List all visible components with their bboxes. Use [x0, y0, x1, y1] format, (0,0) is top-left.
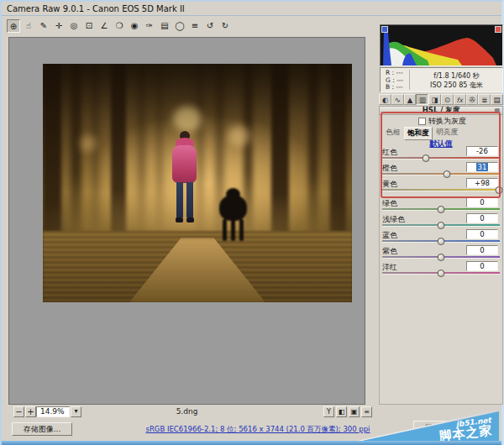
panel-tab-strip: ◐ ∿ ▲ ▥ ◨ ⊙ fx ✇ ≣ ▤ [379, 94, 503, 105]
preview-split-icon[interactable]: ◧ [336, 406, 347, 417]
white-balance-tool-button[interactable]: ✎ [37, 19, 50, 33]
color-sampler-tool-button[interactable]: ✛ [52, 19, 66, 33]
photo-preview [43, 64, 352, 302]
blue-slider-thumb[interactable] [438, 238, 445, 245]
tab-tone-curve[interactable]: ∿ [391, 94, 404, 105]
blue-value-field[interactable]: 0 [466, 229, 498, 239]
exif-info-box: R : --- G : --- B : --- f/1.8 1/640 秒 IS… [380, 67, 503, 92]
highlight-clipping-indicator-icon[interactable] [495, 26, 501, 33]
panel-header: HSL / 灰度 ▤ [379, 106, 503, 115]
purple-slider-thumb[interactable] [438, 254, 445, 261]
yellow-slider-track[interactable] [382, 189, 500, 191]
slider-row-red: 红色 -26 [382, 147, 500, 162]
crop-tool-button[interactable]: ⊡ [82, 19, 96, 33]
zoom-tool-button[interactable]: ⊕ [7, 19, 20, 33]
magenta-value-field[interactable]: 0 [466, 261, 498, 271]
rotate-right-icon[interactable]: ↻ [218, 19, 232, 33]
rotate-left-icon[interactable]: ↺ [203, 19, 217, 33]
green-slider-thumb[interactable] [438, 206, 445, 213]
slider-row-blue: 蓝色 0 [382, 230, 500, 245]
radial-filter-tool-button[interactable]: ◯ [173, 19, 186, 33]
spot-removal-tool-button[interactable]: ❍ [113, 19, 126, 33]
tab-snapshots[interactable]: ▤ [491, 94, 503, 105]
targeted-adjustment-tool-button[interactable]: ◎ [67, 19, 81, 33]
subtab-saturation[interactable]: 饱和度 [404, 127, 433, 140]
aqua-slider-thumb[interactable] [438, 222, 445, 229]
tab-effects[interactable]: fx [454, 94, 466, 105]
tab-basic[interactable]: ◐ [379, 94, 391, 105]
red-eye-tool-button[interactable]: ◉ [128, 19, 141, 33]
purple-value-field[interactable]: 0 [466, 245, 498, 255]
subtab-hue[interactable]: 色相 [383, 127, 402, 140]
yellow-slider-thumb[interactable] [495, 186, 502, 194]
graduated-filter-tool-button[interactable]: ▤ [158, 19, 171, 33]
red-slider-track[interactable] [382, 157, 500, 160]
preview-zoom-bar: − + 14.9% ▾ 5.dng Y ◧ ▣ ≡ [8, 406, 365, 419]
tab-hsl-grayscale[interactable]: ▥ [416, 94, 428, 105]
preview-cycle-icon[interactable]: Y [323, 406, 334, 417]
straighten-tool-button[interactable]: ∠ [97, 19, 111, 33]
rgb-readout: R : --- G : --- B : --- [386, 70, 403, 92]
slider-row-yellow: 黄色 +98 [382, 179, 500, 194]
grayscale-checkbox-row: 转换为灰度 [418, 116, 466, 127]
slider-row-magenta: 洋红 0 [382, 262, 500, 277]
tab-split-toning[interactable]: ◨ [428, 94, 441, 105]
workflow-options-link[interactable]: sRGB IEC61966-2.1; 8 位; 5616 x 3744 (21.… [146, 425, 370, 435]
adjustment-brush-tool-button[interactable]: ✑ [143, 19, 156, 33]
tab-presets[interactable]: ≣ [478, 94, 491, 105]
camera-raw-dialog: Camera Raw 9.0.1 - Canon EOS 5D Mark II … [0, 0, 504, 445]
magenta-slider-thumb[interactable] [438, 270, 445, 277]
window-bottom-border [2, 441, 501, 445]
photo-dog [219, 188, 258, 245]
preferences-icon[interactable]: ≡ [188, 19, 202, 33]
filename-label: 5.dng [8, 407, 365, 416]
toolbar: ⊕ ☝ ✎ ✛ ◎ ⊡ ∠ ❍ ◉ ✑ ▤ ◯ ≡ ↺ ↻ [7, 19, 232, 34]
aqua-value-field[interactable]: 0 [466, 213, 498, 223]
tab-camera-calibration[interactable]: ✇ [466, 94, 479, 105]
orange-slider-track[interactable] [382, 173, 500, 175]
histogram-chart [381, 25, 502, 65]
green-value-field[interactable]: 0 [466, 197, 498, 207]
yellow-value-field[interactable]: +98 [466, 178, 498, 188]
red-value-field[interactable]: -26 [466, 146, 498, 156]
tab-lens-corrections[interactable]: ⊙ [441, 94, 454, 105]
window-body: Camera Raw 9.0.1 - Canon EOS 5D Mark II … [0, 0, 504, 445]
slider-row-purple: 紫色 0 [382, 246, 500, 261]
photo-girl [170, 131, 200, 249]
slider-row-green: 绿色 0 [382, 198, 500, 213]
orange-value-field[interactable]: 31 [466, 162, 498, 172]
tab-detail[interactable]: ▲ [404, 94, 417, 105]
slider-row-aqua: 浅绿色 0 [382, 214, 500, 229]
convert-to-grayscale-checkbox[interactable] [418, 118, 426, 125]
light-bokeh [173, 107, 202, 132]
shadow-clipping-indicator-icon[interactable] [381, 26, 388, 33]
orange-slider-thumb[interactable] [444, 170, 451, 178]
hand-tool-button[interactable]: ☝ [22, 19, 35, 33]
window-title: Camera Raw 9.0.1 - Canon EOS 5D Mark II [2, 2, 501, 16]
panel-menu-icon[interactable]: ▤ [494, 107, 500, 115]
save-image-button[interactable]: 存储图像... [12, 422, 72, 436]
exposure-info: f/1.8 1/640 秒 ISO 250 85 毫米 [412, 71, 501, 90]
convert-to-grayscale-label: 转换为灰度 [428, 116, 466, 127]
watermark: jb51.net 脚本之家 [358, 409, 499, 441]
histogram [380, 24, 503, 66]
red-slider-thumb[interactable] [422, 154, 429, 162]
slider-row-orange: 橙色 31 [382, 163, 500, 178]
